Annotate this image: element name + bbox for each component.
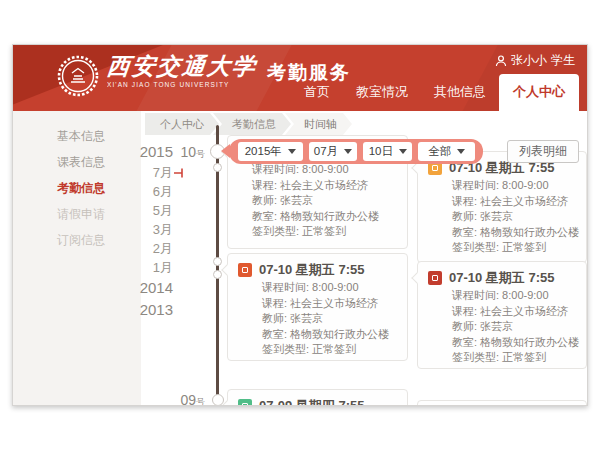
user-account-area[interactable]: 张小小 学生	[495, 52, 575, 69]
attendance-card[interactable]: 07-10 星期五 7:55 课程时间: 8:00-9:00 课程: 社会主义市…	[227, 253, 408, 361]
card-row-teacher: 教师: 张芸京	[238, 311, 397, 327]
sidebar-item-subscription-info[interactable]: 订阅信息	[13, 227, 141, 253]
app-window: 西安交通大学 XI'AN JIAO TONG UNIVERSITY 考勤服务 张…	[12, 44, 588, 406]
card-pointer	[221, 264, 232, 275]
card-header-title: 07-10 星期五 7:55	[449, 269, 555, 287]
year-filter-dropdown[interactable]: 2015年	[238, 142, 303, 161]
attendance-card-edge-cut[interactable]	[417, 400, 587, 406]
card-row-course-time: 课程时间: 8:00-9:00	[428, 288, 576, 304]
day-number: 09	[180, 392, 196, 406]
main-nav: 首页 教室情况 其他信息 个人中心	[291, 74, 579, 111]
attendance-card[interactable]: 07-10 星期五 7:55 课程时间: 8:00-9:00 课程: 社会主义市…	[417, 261, 587, 369]
filter-callout-arrow	[221, 144, 230, 158]
card-pointer	[411, 272, 422, 283]
breadcrumb-personal-center[interactable]: 个人中心	[145, 113, 219, 135]
sidebar-item-attendance-info-active[interactable]: 考勤信息	[13, 175, 141, 201]
app-header: 西安交通大学 XI'AN JIAO TONG UNIVERSITY 考勤服务 张…	[13, 45, 588, 111]
card-header-title: 07-10 星期五 7:55	[259, 261, 365, 279]
current-month-marker-icon	[174, 168, 186, 178]
day-filter-dropdown[interactable]: 10日	[363, 142, 412, 161]
breadcrumb-attendance-info[interactable]: 考勤信息	[213, 113, 291, 135]
month-filter-value: 07月	[314, 144, 338, 159]
month-item-1[interactable]: 1月	[125, 258, 173, 277]
breadcrumb: 个人中心 考勤信息 时间轴	[145, 113, 352, 135]
sidebar-item-basic-info[interactable]: 基本信息	[13, 123, 141, 149]
day-label-10: 10号	[165, 143, 205, 161]
timeline-node-small-2	[213, 257, 222, 266]
caret-down-icon	[288, 149, 296, 154]
caret-down-icon	[457, 149, 465, 154]
month-item-5[interactable]: 5月	[125, 201, 173, 220]
card-row-teacher: 教师: 张芸京	[238, 193, 397, 209]
card-row-course-time: 课程时间: 8:00-9:00	[238, 162, 397, 178]
month-label: 7月	[153, 165, 173, 180]
user-role: 学生	[551, 52, 575, 69]
day-number: 10	[180, 144, 196, 160]
attendance-app-screenshot: 西安交通大学 XI'AN JIAO TONG UNIVERSITY 考勤服务 张…	[0, 0, 600, 450]
card-row-classroom: 教室: 格物致知行政办公楼	[238, 209, 397, 225]
day-filter-value: 10日	[369, 144, 393, 159]
card-row-teacher: 教师: 张芸京	[428, 209, 576, 225]
date-filter-bar: 2015年 07月 10日 全部	[229, 139, 483, 164]
card-row-signin-type: 签到类型: 正常签到	[428, 240, 576, 256]
timeline-node-small-1	[213, 163, 222, 172]
signin-status-icon	[238, 263, 252, 277]
month-item-3[interactable]: 3月	[125, 220, 173, 239]
user-name: 张小小	[511, 52, 547, 69]
card-row-course: 课程: 社会主义市场经济	[428, 304, 576, 320]
nav-item-home[interactable]: 首页	[291, 83, 343, 111]
list-detail-button[interactable]: 列表明细	[507, 140, 579, 163]
card-pointer	[411, 162, 422, 173]
year-item-2013[interactable]: 2013	[125, 299, 173, 321]
sidebar: 基本信息 课表信息 考勤信息 请假申请 订阅信息	[13, 111, 141, 406]
sidebar-item-schedule-info[interactable]: 课表信息	[13, 149, 141, 175]
card-row-classroom: 教室: 格物致知行政办公楼	[428, 225, 576, 241]
signin-status-icon	[428, 271, 442, 285]
university-name-cn: 西安交通大学	[106, 53, 259, 79]
card-row-course-time: 课程时间: 8:00-9:00	[238, 280, 397, 296]
person-icon	[495, 55, 507, 67]
type-filter-value: 全部	[428, 144, 451, 159]
day-label-09: 09号	[165, 391, 205, 406]
month-item-7-current[interactable]: 7月	[125, 163, 173, 182]
logo-text-block: 西安交通大学 XI'AN JIAO TONG UNIVERSITY	[107, 53, 257, 88]
nav-tab-personal-center-active[interactable]: 个人中心	[499, 74, 579, 111]
card-row-course: 课程: 社会主义市场经济	[428, 194, 576, 210]
month-item-2[interactable]: 2月	[125, 239, 173, 258]
year-filter-value: 2015年	[245, 144, 282, 159]
year-item-2014[interactable]: 2014	[125, 277, 173, 299]
card-row-course: 课程: 社会主义市场经济	[238, 296, 397, 312]
caret-down-icon	[344, 149, 352, 154]
card-row-signin-type: 签到类型: 正常签到	[428, 350, 576, 366]
type-filter-dropdown[interactable]: 全部	[418, 142, 475, 161]
card-row-course: 课程: 社会主义市场经济	[238, 178, 397, 194]
timeline-year-month-nav: 2015 7月 6月 5月 3月 2月 1月 2014 2013	[125, 141, 173, 321]
card-row-teacher: 教师: 张芸京	[428, 319, 576, 335]
attendance-card[interactable]: 07-10 星期五 7:55 课程时间: 8:00-9:00 课程: 社会主义市…	[417, 151, 587, 263]
card-row-classroom: 教室: 格物致知行政办公楼	[428, 335, 576, 351]
nav-item-other-info[interactable]: 其他信息	[421, 83, 499, 111]
content-area: 基本信息 课表信息 考勤信息 请假申请 订阅信息 个人中心 考勤信息 时间轴 2…	[13, 111, 588, 406]
signin-status-icon	[238, 399, 252, 406]
caret-down-icon	[399, 149, 407, 154]
card-row-signin-type: 签到类型: 正常签到	[238, 342, 397, 358]
university-name-en: XI'AN JIAO TONG UNIVERSITY	[107, 81, 257, 88]
card-row-classroom: 教室: 格物致知行政办公楼	[238, 327, 397, 343]
nav-item-classrooms[interactable]: 教室情况	[343, 83, 421, 111]
university-seal-icon	[57, 55, 99, 97]
card-row-course-time: 课程时间: 8:00-9:00	[428, 178, 576, 194]
day-suffix: 号	[196, 149, 205, 159]
card-row-signin-type: 签到类型: 正常签到	[238, 224, 397, 240]
sidebar-item-leave-request[interactable]: 请假申请	[13, 201, 141, 227]
timeline-node-small-3	[213, 270, 222, 279]
attendance-card-partially-cut[interactable]: 07-09 星期四 7:55	[227, 389, 408, 406]
day-suffix: 号	[196, 397, 205, 406]
breadcrumb-timeline-active[interactable]: 时间轴	[285, 113, 352, 135]
card-header-title: 07-09 星期四 7:55	[259, 397, 365, 406]
month-filter-dropdown[interactable]: 07月	[309, 142, 358, 161]
month-item-6[interactable]: 6月	[125, 182, 173, 201]
